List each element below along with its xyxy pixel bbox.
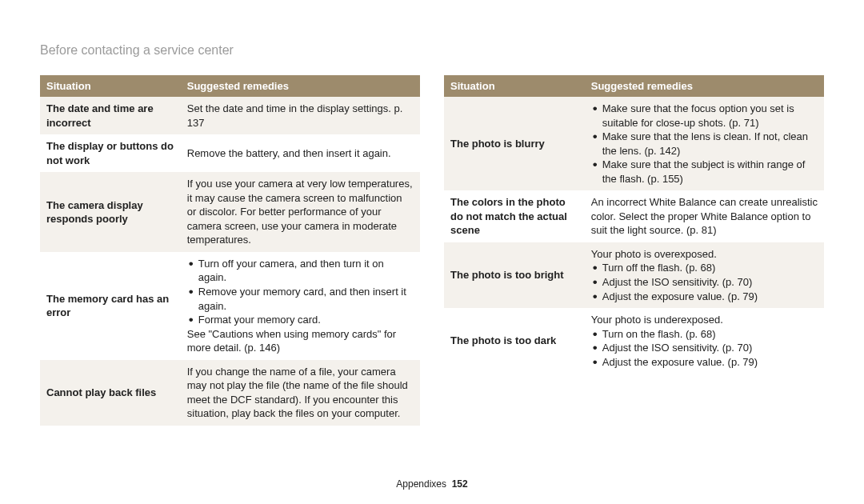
- footer-page-number: 152: [452, 478, 468, 490]
- remedy-line: Turn off your camera, and then turn it o…: [187, 257, 414, 285]
- remedy-list: Your photo is overexposed.Turn off the f…: [591, 247, 818, 303]
- remedy-line: Format your memory card.: [187, 313, 414, 327]
- situation-cell: The photo is blurry: [444, 97, 585, 190]
- remedy-line: Your photo is overexposed.: [591, 247, 818, 262]
- remedy-list: If you use your camera at very low tempe…: [187, 177, 414, 247]
- remedy-line: Make sure that the subject is within ran…: [591, 158, 818, 186]
- situation-cell: The date and time are incorrect: [40, 97, 181, 134]
- col-header-remedies: Suggested remedies: [585, 75, 824, 97]
- table-row: The photo is too brightYour photo is ove…: [444, 242, 824, 308]
- situation-cell: The camera display responds poorly: [40, 172, 181, 252]
- remedy-line: Remove your memory card, and then insert…: [187, 285, 414, 313]
- remedy-line: Remove the battery, and then insert it a…: [187, 146, 414, 161]
- remedy-line: Set the date and time in the display set…: [187, 102, 414, 130]
- table-row: Cannot play back filesIf you change the …: [40, 360, 420, 426]
- remedy-cell: Your photo is overexposed.Turn off the f…: [585, 242, 824, 308]
- table-row: The display or buttons do not workRemove…: [40, 134, 420, 172]
- remedy-list: An incorrect White Balance can create un…: [591, 195, 818, 238]
- col-header-situation: Situation: [40, 75, 181, 97]
- right-table: Situation Suggested remedies The photo i…: [444, 75, 824, 374]
- col-header-situation: Situation: [444, 75, 585, 97]
- left-column: Situation Suggested remedies The date an…: [40, 75, 420, 426]
- page: Before contacting a service center Situa…: [0, 0, 864, 426]
- remedy-list: Your photo is underexposed.Turn on the f…: [591, 313, 818, 369]
- remedy-line: See "Cautions when using memory cards" f…: [187, 327, 414, 355]
- table-row: The date and time are incorrectSet the d…: [40, 97, 420, 134]
- remedy-cell: An incorrect White Balance can create un…: [585, 190, 824, 242]
- columns: Situation Suggested remedies The date an…: [40, 75, 824, 426]
- table-row: The colors in the photo do not match the…: [444, 190, 824, 242]
- remedy-line: Adjust the exposure value. (p. 79): [591, 355, 818, 370]
- situation-cell: The display or buttons do not work: [40, 134, 181, 172]
- situation-cell: The colors in the photo do not match the…: [444, 190, 585, 242]
- situation-cell: The photo is too dark: [444, 308, 585, 374]
- remedy-line: Make sure that the focus option you set …: [591, 102, 818, 130]
- right-column: Situation Suggested remedies The photo i…: [444, 75, 824, 426]
- remedy-cell: Remove the battery, and then insert it a…: [181, 134, 420, 172]
- table-row: The photo is too darkYour photo is under…: [444, 308, 824, 374]
- remedy-cell: Set the date and time in the display set…: [181, 97, 420, 134]
- remedy-line: Turn off the flash. (p. 68): [591, 261, 818, 275]
- table-row: The memory card has an errorTurn off you…: [40, 252, 420, 360]
- remedy-list: Make sure that the focus option you set …: [591, 102, 818, 186]
- remedy-line: Adjust the ISO sensitivity. (p. 70): [591, 275, 818, 290]
- table-row: The photo is blurryMake sure that the fo…: [444, 97, 824, 190]
- remedy-line: Adjust the ISO sensitivity. (p. 70): [591, 341, 818, 355]
- remedy-cell: If you use your camera at very low tempe…: [181, 172, 420, 252]
- remedy-line: Turn on the flash. (p. 68): [591, 327, 818, 342]
- remedy-cell: Make sure that the focus option you set …: [585, 97, 824, 190]
- remedy-line: Adjust the exposure value. (p. 79): [591, 290, 818, 304]
- remedy-line: Your photo is underexposed.: [591, 313, 818, 327]
- remedy-line: If you change the name of a file, your c…: [187, 365, 414, 421]
- remedy-line: If you use your camera at very low tempe…: [187, 177, 414, 247]
- table-row: The camera display responds poorlyIf you…: [40, 172, 420, 252]
- remedy-cell: Your photo is underexposed.Turn on the f…: [585, 308, 824, 374]
- remedy-cell: If you change the name of a file, your c…: [181, 360, 420, 426]
- footer-label: Appendixes: [396, 478, 446, 490]
- remedy-list: Turn off your camera, and then turn it o…: [187, 257, 414, 355]
- remedy-list: If you change the name of a file, your c…: [187, 365, 414, 421]
- col-header-remedies: Suggested remedies: [181, 75, 420, 97]
- situation-cell: The photo is too bright: [444, 242, 585, 308]
- section-title: Before contacting a service center: [40, 43, 824, 58]
- remedy-cell: Turn off your camera, and then turn it o…: [181, 252, 420, 360]
- page-footer: Appendixes 152: [0, 478, 864, 490]
- left-table: Situation Suggested remedies The date an…: [40, 75, 420, 426]
- situation-cell: The memory card has an error: [40, 252, 181, 360]
- situation-cell: Cannot play back files: [40, 360, 181, 426]
- remedy-list: Set the date and time in the display set…: [187, 102, 414, 130]
- remedy-line: An incorrect White Balance can create un…: [591, 195, 818, 238]
- remedy-list: Remove the battery, and then insert it a…: [187, 146, 414, 161]
- remedy-line: Make sure that the lens is clean. If not…: [591, 130, 818, 158]
